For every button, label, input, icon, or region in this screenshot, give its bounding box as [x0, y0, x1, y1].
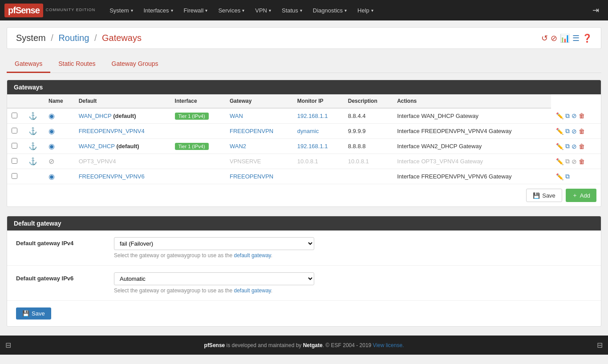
col-description: Description [344, 94, 393, 108]
tab-bar: Gateways Static Routes Gateway Groups [7, 56, 601, 73]
delete-icon[interactable]: 🗑 [579, 128, 585, 135]
check-circle-icon: ◉ [49, 142, 55, 150]
gateway-ip: dynamic [297, 128, 319, 134]
copy-icon[interactable]: ⧉ [565, 127, 570, 135]
row-status-cell: ◉ [44, 124, 74, 139]
row-name-cell: WAN_DHCP (default) [74, 108, 170, 124]
delete-icon[interactable]: 🗑 [579, 158, 585, 165]
caret-icon: ▾ [242, 8, 244, 13]
nav-help[interactable]: Help▾ [352, 0, 379, 20]
logout-icon[interactable]: ⇥ [588, 5, 604, 15]
gateways-panel: Gateways Name Default Interface Gateway … [7, 80, 601, 207]
row-name-cell: OPT3_VPNV4 [74, 154, 170, 169]
gateway-ip: 10.0.8.1 [297, 158, 318, 165]
ipv6-select[interactable]: AutomaticNone [114, 272, 314, 285]
default-gw-save-button[interactable]: 💾 Save [16, 307, 51, 320]
page-footer: ⊟ pfSense is developed and maintained by… [0, 336, 608, 355]
stop-icon[interactable]: ⊘ [551, 33, 557, 43]
nav-status[interactable]: Status▾ [276, 0, 308, 20]
row-interface-cell: WAN2 [225, 139, 293, 154]
interface-link[interactable]: FREEOPENVPN [230, 173, 273, 180]
disable-icon[interactable]: ⊘ [572, 143, 577, 150]
row-interface-cell: FREEOPENVPN [225, 169, 293, 184]
edit-icon[interactable]: ✏️ [556, 158, 563, 165]
row-default-cell [170, 169, 225, 184]
col-interface: Interface [170, 94, 225, 108]
row-anchor-cell: ⚓ [22, 154, 44, 169]
reload-icon[interactable]: ↺ [541, 33, 548, 43]
breadcrumb-routing[interactable]: Routing [58, 33, 89, 43]
list-icon[interactable]: ☰ [572, 33, 580, 43]
row-status-cell: ◉ [44, 108, 74, 124]
gateway-name[interactable]: WAN2_DHCP [79, 143, 115, 150]
row-name-cell: FREEOPENVPN_VPNV4 [74, 124, 170, 139]
copy-icon[interactable]: ⧉ [565, 158, 570, 165]
row-checkbox-cell [7, 124, 22, 139]
row-checkbox[interactable] [12, 158, 17, 164]
caret-icon: ▾ [171, 8, 173, 13]
nav-firewall[interactable]: Firewall▾ [178, 0, 213, 20]
copy-icon[interactable]: ⧉ [565, 112, 570, 120]
chart-icon[interactable]: 📊 [560, 33, 570, 43]
gateway-name[interactable]: OPT3_VPNV4 [79, 158, 116, 165]
anchor-icon: ⚓ [28, 112, 37, 120]
ipv4-help-link[interactable]: default gateway [234, 252, 271, 259]
row-actions-cell: ✏️ ⧉ ⊘ 🗑 [551, 154, 601, 169]
add-button[interactable]: ＋ Add [566, 189, 596, 202]
col-default: Default [74, 94, 170, 108]
disable-icon[interactable]: ⊘ [572, 158, 577, 165]
footer-left-icon: ⊟ [5, 341, 11, 349]
nav-diagnostics[interactable]: Diagnostics▾ [308, 0, 352, 20]
gateway-name[interactable]: FREEOPENVPN_VPNV4 [79, 128, 145, 134]
breadcrumb-sep1: / [51, 33, 53, 43]
edit-icon[interactable]: ✏️ [556, 143, 563, 150]
save-disk-icon: 💾 [22, 310, 29, 317]
edit-icon[interactable]: ✏️ [556, 128, 563, 135]
row-interface-cell: VPNSERVE [225, 154, 293, 169]
gateway-ip: 192.168.1.1 [297, 113, 328, 119]
tab-gateway-groups[interactable]: Gateway Groups [104, 56, 166, 73]
edit-icon[interactable]: ✏️ [556, 173, 563, 180]
gateway-name[interactable]: WAN_DHCP [79, 113, 112, 119]
disable-icon[interactable]: ⊘ [572, 112, 577, 119]
tab-gateways[interactable]: Gateways [7, 56, 50, 73]
row-checkbox[interactable] [12, 113, 17, 118]
nav-interfaces[interactable]: Interfaces▾ [138, 0, 178, 20]
default-gw-save-label: Save [32, 310, 45, 317]
interface-link[interactable]: FREEOPENVPN [230, 128, 273, 134]
edit-icon[interactable]: ✏️ [556, 112, 563, 119]
row-default-cell [170, 154, 225, 169]
row-description-cell: Interface FREEOPENVPN_VPNV4 Gateway [393, 124, 551, 139]
row-checkbox[interactable] [12, 143, 17, 149]
nav-vpn[interactable]: VPN▾ [250, 0, 276, 20]
copy-icon[interactable]: ⧉ [565, 173, 570, 180]
ipv6-help: Select the gateway or gatewaygroup to us… [114, 287, 592, 294]
caret-icon: ▾ [345, 8, 347, 13]
row-default-cell: Tier 1 (IPv4) [170, 139, 225, 154]
row-checkbox[interactable] [12, 128, 17, 133]
save-button[interactable]: 💾 Save [526, 189, 562, 202]
default-gateway-title: Default gateway [7, 216, 601, 231]
ipv6-help-link[interactable]: default gateway [234, 287, 271, 294]
row-monitor-ip-cell: 10.0.8.1 [344, 154, 393, 169]
footer-license-link[interactable]: View license. [373, 342, 404, 348]
nav-system[interactable]: System▾ [104, 0, 138, 20]
tab-static-routes[interactable]: Static Routes [50, 56, 103, 73]
delete-icon[interactable]: 🗑 [579, 143, 585, 150]
interface-link[interactable]: WAN2 [230, 143, 246, 150]
gateway-name[interactable]: FREEOPENVPN_VPNV6 [79, 173, 145, 180]
nav-services[interactable]: Services▾ [213, 0, 250, 20]
row-actions-cell: ✏️ ⧉ ⊘ 🗑 [551, 108, 601, 124]
tier-badge: Tier 1 (IPv4) [175, 113, 209, 120]
disable-icon[interactable]: ⊘ [572, 128, 577, 135]
row-checkbox[interactable] [12, 173, 17, 179]
delete-icon[interactable]: 🗑 [579, 112, 585, 119]
interface-link[interactable]: WAN [230, 113, 243, 119]
add-label: Add [580, 192, 590, 199]
interface-link[interactable]: VPNSERVE [230, 158, 261, 165]
col-name: Name [44, 94, 74, 108]
brand-logo[interactable]: pfSense COMMUNITY EDITION [4, 4, 95, 17]
copy-icon[interactable]: ⧉ [565, 142, 570, 150]
ipv4-select[interactable]: Automaticfail (Failover)WAN_DHCPWAN2_DHC… [114, 237, 314, 250]
help-icon[interactable]: ❓ [582, 33, 592, 43]
